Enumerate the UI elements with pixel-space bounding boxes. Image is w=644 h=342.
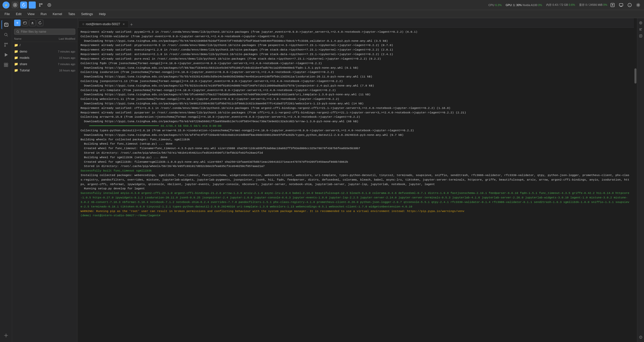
- new-tab-button[interactable]: +: [129, 22, 134, 27]
- right-sidebar-icon-2[interactable]: [638, 27, 643, 32]
- topbar-left-icons: [12, 2, 53, 9]
- terminal-line: Downloading https://pypi.tuna.tsinghua.e…: [81, 119, 631, 124]
- gpu-stat: GPU: 1: 30% Nvidia A100 0%: [506, 4, 542, 7]
- terminal-line: Requirement already satisfied: cffi>=1.0…: [81, 106, 631, 110]
- file-search-box[interactable]: [14, 29, 75, 35]
- menu-tabs[interactable]: Tabs: [66, 11, 78, 17]
- sidebar-item-search[interactable]: [2, 30, 11, 39]
- refresh-icon[interactable]: [20, 2, 27, 9]
- mem-stat: 内存 0.43 / 72 GB 0.6%: [546, 3, 575, 7]
- menu-edit[interactable]: Edit: [13, 11, 24, 17]
- terminal-line: Downloading https://pypi.tuna.tsinghua.e…: [81, 39, 631, 43]
- list-item[interactable]: 📁 models 15 hours ago: [12, 55, 77, 61]
- sidebar-item-settings[interactable]: [2, 331, 11, 340]
- activity-icon[interactable]: [12, 2, 19, 9]
- new-folder-button[interactable]: [22, 20, 28, 26]
- file-modified: 7 minutes ago: [45, 50, 75, 53]
- file-name: demo: [20, 50, 45, 53]
- terminal-line: Successfully built func_timeout sgmllib3…: [81, 168, 631, 173]
- terminal-line: Downloading https://pypi.tuna.tsinghua.e…: [81, 92, 631, 97]
- search-icon: [16, 30, 19, 33]
- menu-kernel[interactable]: Kernel: [50, 11, 65, 17]
- disk-pct: 0%: [603, 3, 607, 6]
- scrollbar-thumb[interactable]: [634, 68, 636, 83]
- terminal-line: Building wheel for func_timeout (setup.p…: [81, 142, 631, 146]
- code-icon[interactable]: [29, 2, 36, 9]
- gpu-card: Nvidia A100: [522, 4, 537, 7]
- svg-rect-21: [4, 63, 6, 65]
- sidebar-item-files[interactable]: [2, 20, 11, 29]
- terminal-line: Requirement already satisfied: pyyaml>=5…: [81, 30, 631, 34]
- info-icon[interactable]: i: [626, 2, 633, 8]
- menu-file[interactable]: File: [2, 11, 12, 17]
- terminal-line: Downloading https://pypi.tuna.tsinghua.e…: [81, 74, 631, 79]
- git-icon[interactable]: [37, 2, 44, 9]
- target-icon[interactable]: [46, 2, 53, 9]
- list-item[interactable]: 📁 share 7 minutes ago: [12, 61, 77, 67]
- list-item[interactable]: 📁 demo 7 minutes ago: [12, 48, 77, 55]
- terminal-line: Downloading https://pypi.tuna.tsinghua.e…: [81, 101, 631, 106]
- menu-help[interactable]: Help: [96, 11, 108, 17]
- right-sidebar-icon-1[interactable]: [638, 20, 643, 26]
- terminal-line: Collecting uri-template (from jsonschema…: [81, 88, 631, 93]
- tab-bar: root@intern-studio-50027 ✕ +: [78, 18, 634, 28]
- right-sidebar: [637, 18, 644, 342]
- terminal-line: Collecting webcolors>1.11 (from jsonsche…: [81, 97, 631, 101]
- svg-point-27: [17, 30, 18, 32]
- terminal-line: Collecting types-python-dateutil>=2.8.10…: [81, 128, 631, 133]
- menu-settings[interactable]: Settings: [79, 11, 95, 17]
- file-modified: 7 minutes ago: [45, 63, 75, 66]
- terminal-tab[interactable]: root@intern-studio-50027 ✕: [79, 21, 129, 27]
- list-item[interactable]: 📁 /: [12, 42, 77, 48]
- cpu-value: 6.3%: [495, 4, 502, 7]
- activity-sidebar: [0, 18, 12, 342]
- right-sidebar-icon-4[interactable]: [638, 334, 643, 340]
- topbar-right-actions: i: [609, 2, 641, 8]
- svg-text:i: i: [629, 4, 630, 7]
- upload-icon[interactable]: [609, 2, 616, 8]
- svg-point-3: [14, 4, 16, 6]
- terminal-output[interactable]: Requirement already satisfied: pyyaml>=5…: [78, 28, 634, 342]
- terminal-line: Requirement already satisfied: pycparser…: [81, 110, 631, 115]
- file-list-header: Name Last Modified: [12, 36, 77, 42]
- sidebar-bottom-icons: [2, 331, 11, 340]
- right-sidebar-icon-3[interactable]: [638, 33, 643, 39]
- svg-rect-26: [23, 22, 26, 24]
- sidebar-item-run[interactable]: [2, 50, 11, 59]
- terminal-line: Stored in directory: /root/.cache/pip/wh…: [81, 164, 631, 168]
- svg-rect-15: [5, 23, 8, 26]
- menu-run[interactable]: Run: [38, 11, 49, 17]
- settings-topbar-icon[interactable]: [635, 2, 641, 8]
- list-item[interactable]: 📁 Tutorial 16 hours ago: [12, 67, 77, 73]
- svg-rect-23: [4, 65, 6, 67]
- sidebar-item-git[interactable]: [2, 40, 11, 49]
- terminal-line: Installing collected packages: webencodi…: [81, 173, 631, 186]
- topbar: ⚡ CPU 6.3% GPU: 1: 30% Nvidia A100 0% 内: [0, 0, 644, 10]
- scrollbar-track[interactable]: [634, 18, 637, 342]
- new-file-button[interactable]: +: [14, 20, 21, 26]
- app-logo[interactable]: ⚡: [3, 2, 10, 9]
- folder-icon: 📁: [14, 68, 18, 72]
- file-name: Tutorial: [20, 69, 45, 72]
- menu-view[interactable]: View: [25, 11, 37, 17]
- terminal-line: Requirement already satisfied: ptyproces…: [81, 43, 631, 48]
- disk-stat: 显存 0 / 24566 MiB 0%: [579, 3, 607, 7]
- terminal-line: Downloading https://pypi.tuna.tsinghua.e…: [81, 66, 631, 70]
- svg-rect-10: [619, 4, 623, 6]
- sidebar-item-extensions[interactable]: [2, 60, 11, 69]
- file-list: 📁 / 📁 demo 7 minutes ago 📁 models 15 hou…: [12, 42, 77, 342]
- search-input[interactable]: [21, 30, 73, 33]
- upload-file-button[interactable]: [29, 20, 36, 26]
- monitor-icon[interactable]: [618, 2, 624, 8]
- tab-close-icon[interactable]: ✕: [123, 23, 125, 26]
- tab-dot: [82, 23, 84, 25]
- gpu-pct: 0%: [538, 4, 542, 7]
- cpu-label: CPU: [488, 4, 494, 7]
- terminal-line: Collecting isoduration (from jsonschema[…: [81, 70, 631, 74]
- folder-icon: 📁: [14, 56, 18, 60]
- refresh-file-button[interactable]: [37, 20, 43, 26]
- topbar-stats: CPU 6.3% GPU: 1: 30% Nvidia A100 0% 内存 0…: [488, 3, 607, 7]
- terminal-line: Collecting arrow>=0.15.0 (from isodurati…: [81, 115, 631, 119]
- svg-marker-20: [5, 53, 8, 57]
- mem-label: 内存 0.43 / 72 GB: [546, 3, 568, 6]
